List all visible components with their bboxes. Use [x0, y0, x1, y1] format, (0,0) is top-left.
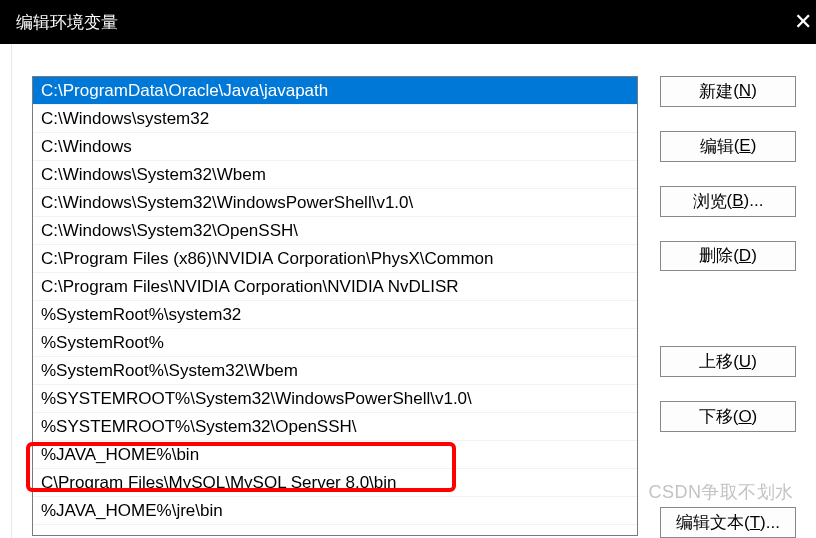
spacer — [660, 456, 796, 483]
list-item[interactable]: C:\Program Files (x86)\NVIDIA Corporatio… — [33, 245, 637, 273]
move-up-button[interactable]: 上移(U) — [660, 346, 796, 377]
move-up-button-label: 上移 — [699, 350, 733, 373]
edit-button-label: 编辑 — [700, 135, 734, 158]
list-item[interactable]: %SYSTEMROOT%\System32\WindowsPowerShell\… — [33, 385, 637, 413]
dialog-window: 编辑环境变量 ✕ C:\ProgramData\Oracle\Java\java… — [0, 0, 816, 538]
delete-button-label: 删除 — [699, 244, 733, 267]
spacer — [660, 295, 796, 322]
list-item[interactable]: %SYSTEMROOT%\System32\OpenSSH\ — [33, 413, 637, 441]
list-item[interactable]: C\Program Files\MySQL\MySQL Server 8.0\b… — [33, 469, 637, 497]
list-item[interactable]: C:\ProgramData\Oracle\Java\javapath — [33, 77, 637, 105]
dialog-body: C:\ProgramData\Oracle\Java\javapathC:\Wi… — [0, 44, 816, 538]
list-item[interactable]: %JAVA_HOME%\jre\bin — [33, 497, 637, 525]
close-icon[interactable]: ✕ — [786, 0, 816, 44]
browse-button[interactable]: 浏览(B)... — [660, 186, 796, 217]
list-item[interactable]: C:\Windows\system32 — [33, 105, 637, 133]
window-title: 编辑环境变量 — [16, 11, 118, 34]
delete-button[interactable]: 删除(D) — [660, 241, 796, 272]
list-item[interactable]: %SystemRoot% — [33, 329, 637, 357]
list-item[interactable]: %JAVA_HOME%\bin — [33, 441, 637, 469]
list-item[interactable]: C:\Windows\System32\WindowsPowerShell\v1… — [33, 189, 637, 217]
list-item[interactable]: %SystemRoot%\system32 — [33, 301, 637, 329]
list-item[interactable]: %SystemRoot%\System32\Wbem — [33, 357, 637, 385]
button-sidebar: 新建(N) 编辑(E) 浏览(B)... 删除(D) 上移(U) 下移(O) 编… — [660, 76, 796, 538]
move-down-button-label: 下移 — [699, 405, 733, 428]
new-button[interactable]: 新建(N) — [660, 76, 796, 107]
list-item[interactable]: C:\Windows\System32\Wbem — [33, 161, 637, 189]
left-edge — [0, 44, 12, 538]
edit-button[interactable]: 编辑(E) — [660, 131, 796, 162]
browse-button-label: 浏览 — [693, 190, 727, 213]
list-item[interactable]: C:\Program Files\NVIDIA Corporation\NVID… — [33, 273, 637, 301]
list-item[interactable]: C:\Windows\System32\OpenSSH\ — [33, 217, 637, 245]
new-button-label: 新建 — [699, 80, 733, 103]
edit-text-button-label: 编辑文本 — [676, 511, 744, 534]
path-listbox[interactable]: C:\ProgramData\Oracle\Java\javapathC:\Wi… — [32, 76, 638, 536]
edit-text-button[interactable]: 编辑文本(T)... — [660, 507, 796, 538]
move-down-button[interactable]: 下移(O) — [660, 401, 796, 432]
titlebar: 编辑环境变量 ✕ — [0, 0, 816, 44]
list-item[interactable]: C:\Windows — [33, 133, 637, 161]
